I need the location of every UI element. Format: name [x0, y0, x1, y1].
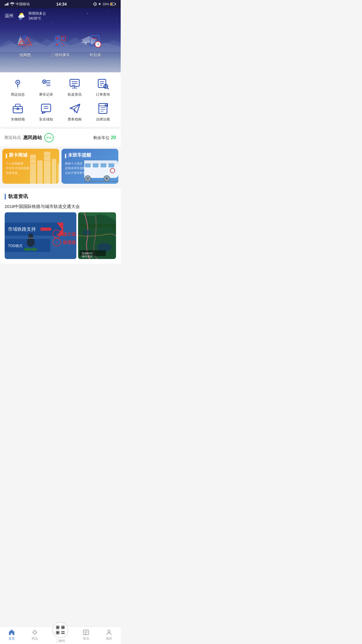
svg-rect-85 — [99, 104, 107, 113]
svg-point-14 — [108, 11, 108, 12]
svg-rect-126 — [29, 238, 31, 239]
svg-point-11 — [43, 15, 44, 16]
grid-item-legal-rules[interactable]: 法律法规 — [90, 102, 116, 122]
promo-cards-section: 票卡商城 个人在线购票 月卡年卡活动优惠 在线充值 — [0, 146, 121, 186]
svg-point-10 — [23, 11, 24, 11]
svg-rect-42 — [61, 43, 63, 44]
svg-point-9 — [8, 14, 9, 14]
svg-rect-7 — [111, 3, 112, 5]
grid-item-safety-notice[interactable]: 安全须知 — [33, 102, 59, 122]
svg-rect-41 — [56, 44, 58, 46]
svg-point-18 — [73, 24, 73, 24]
nearby-station-row: 附近站点 惠民路站 舒适 剩余车位 20 — [0, 129, 121, 146]
news-images: 市域铁路支持 TOD模式 1 做大温州 2 做强温州 — [5, 212, 116, 259]
svg-point-16 — [52, 22, 53, 23]
news-image-right[interactable]: "东海时代" "城市营业" — [78, 212, 116, 259]
svg-point-17 — [102, 20, 102, 20]
svg-text:"东海时代": "东海时代" — [81, 252, 93, 255]
svg-point-56 — [17, 88, 18, 89]
svg-rect-2 — [7, 3, 8, 6]
svg-point-4 — [12, 5, 13, 6]
news-bar-accent — [5, 194, 6, 200]
svg-text:做强温州: 做强温州 — [62, 240, 76, 245]
svg-rect-94 — [58, 163, 59, 184]
svg-rect-3 — [8, 3, 9, 6]
svg-point-35 — [24, 38, 26, 39]
svg-rect-45 — [63, 44, 64, 46]
news-header: 轨道资讯 — [5, 193, 116, 200]
news-article-title[interactable]: 2018中国国际铁路与城市轨道交通大会 — [5, 204, 116, 209]
svg-point-125 — [31, 248, 37, 251]
svg-rect-103 — [101, 163, 106, 167]
svg-point-108 — [106, 177, 108, 180]
hero-icon-qr-ride[interactable]: 二维码乘车 — [43, 33, 78, 58]
grid-item-ticket-guide[interactable]: 票务指南 — [61, 102, 88, 122]
svg-rect-92 — [44, 152, 50, 184]
news-section: 轨道资讯 2018中国国际铁路与城市轨道交通大会 市域铁路支持 TOD模式 — [0, 188, 121, 264]
svg-text:2: 2 — [56, 240, 58, 245]
svg-line-75 — [107, 88, 108, 89]
svg-rect-39 — [63, 37, 64, 39]
main-grid-section: 周边信息 乘车记录 — [0, 72, 121, 127]
grid-item-rail-news[interactable]: 轨道资讯 — [61, 77, 88, 97]
svg-rect-91 — [37, 160, 43, 184]
svg-rect-37 — [56, 37, 58, 39]
status-bar: 中国移动 14:34 16% — [0, 0, 121, 8]
hero-section: 温州 阵雨转多云 34/26°C — [0, 8, 121, 72]
svg-point-55 — [17, 82, 18, 83]
svg-rect-127 — [31, 238, 33, 239]
svg-rect-80 — [41, 104, 51, 112]
grid-item-nearby-info[interactable]: 周边信息 — [5, 77, 31, 97]
svg-point-130 — [82, 230, 91, 236]
promo-card-last-train[interactable]: 末班车提醒 根据个人情况 定制末班车提醒 从此不再等夜车 — [61, 149, 118, 184]
svg-rect-93 — [52, 159, 56, 184]
status-carrier: 中国移动 — [5, 2, 30, 7]
svg-point-15 — [17, 21, 17, 21]
svg-text:做大温州: 做大温州 — [62, 232, 76, 237]
grid-item-ride-record[interactable]: 乘车记录 — [33, 77, 59, 97]
grid-item-order-query[interactable]: 订单查询 — [90, 77, 116, 97]
svg-point-19 — [116, 18, 117, 19]
svg-rect-0 — [5, 4, 6, 6]
svg-rect-8 — [115, 4, 116, 5]
svg-rect-44 — [61, 44, 63, 46]
svg-text:1: 1 — [56, 232, 58, 237]
svg-text:"城市营业": "城市营业" — [81, 255, 93, 258]
svg-point-53 — [97, 44, 98, 45]
svg-point-12 — [64, 10, 64, 11]
svg-text:市域铁路支持: 市域铁路支持 — [8, 227, 36, 232]
svg-point-33 — [22, 47, 29, 49]
svg-point-58 — [44, 81, 45, 83]
svg-rect-104 — [108, 163, 114, 167]
hero-icon-timetable[interactable]: 时刻表 — [78, 33, 113, 58]
news-image-left[interactable]: 市域铁路支持 TOD模式 1 做大温州 2 做强温州 — [5, 212, 76, 259]
grid-item-lost-found[interactable]: 失物招领 — [5, 102, 31, 122]
status-right: 16% — [93, 2, 116, 6]
feature-grid: 周边信息 乘车记录 — [2, 77, 118, 122]
promo-card-ticket-shop[interactable]: 票卡商城 个人在线购票 月卡年卡活动优惠 在线充值 — [2, 149, 59, 184]
comfort-badge: 舒适 — [44, 133, 54, 142]
svg-rect-1 — [6, 4, 7, 6]
svg-text:TOD模式: TOD模式 — [8, 244, 22, 248]
status-time: 14:34 — [56, 2, 67, 6]
svg-point-124 — [24, 248, 31, 251]
hero-icon-line-map[interactable]: 线网图 — [8, 33, 43, 58]
svg-point-13 — [87, 13, 88, 14]
svg-rect-43 — [63, 43, 64, 44]
